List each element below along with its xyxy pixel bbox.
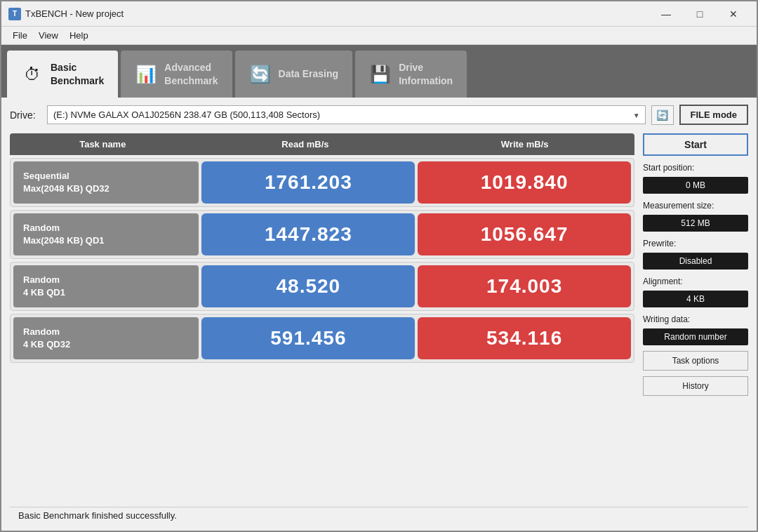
- sidebar: Start Start position: 0 MB Measurement s…: [643, 133, 748, 501]
- header-write: Write mB/s: [415, 133, 634, 155]
- file-mode-button[interactable]: FILE mode: [679, 105, 748, 125]
- start-position-value: 0 MB: [643, 177, 748, 194]
- titlebar-title: TxBENCH - New project: [25, 8, 124, 19]
- drive-info-icon: 💾: [369, 65, 392, 84]
- history-button[interactable]: History: [643, 376, 748, 396]
- writing-data-label: Writing data:: [643, 314, 748, 324]
- drive-row: Drive: (E:) NVMe GALAX OA1J0256N 238.47 …: [10, 105, 748, 125]
- titlebar-controls: — □ ✕: [650, 6, 750, 22]
- close-button[interactable]: ✕: [717, 6, 750, 22]
- task-name-random-4kb-qd1: Random4 KB QD1: [13, 265, 199, 307]
- alignment-value: 4 KB: [643, 291, 748, 307]
- titlebar: T TxBENCH - New project — □ ✕: [1, 1, 757, 27]
- read-value-random-4kb-qd32: 591.456: [201, 317, 415, 359]
- task-name-random-4kb-qd32: Random4 KB QD32: [13, 317, 199, 359]
- read-value-random-qd1: 1447.823: [201, 213, 415, 255]
- menubar: File View Help: [1, 27, 757, 45]
- table-row: SequentialMax(2048 KB) QD32 1761.203 101…: [10, 158, 634, 207]
- prewrite-label: Prewrite:: [643, 239, 748, 248]
- content-with-sidebar: Task name Read mB/s Write mB/s Sequentia…: [10, 133, 748, 501]
- titlebar-left: T TxBENCH - New project: [8, 8, 124, 20]
- menu-file[interactable]: File: [7, 29, 33, 42]
- table-row: Random4 KB QD32 591.456 534.116: [10, 314, 634, 363]
- prewrite-value: Disabled: [643, 253, 748, 270]
- status-message: Basic Benchmark finished successfully.: [18, 510, 177, 521]
- benchmark-area: Task name Read mB/s Write mB/s Sequentia…: [10, 133, 634, 501]
- read-value-sequential: 1761.203: [201, 161, 415, 204]
- drive-select-wrapper: (E:) NVMe GALAX OA1J0256N 238.47 GB (500…: [47, 105, 646, 124]
- measurement-size-label: Measurement size:: [643, 201, 748, 211]
- start-position-label: Start position:: [643, 163, 748, 173]
- write-value-sequential: 1019.840: [418, 161, 631, 204]
- tab-drive-info-label: DriveInformation: [399, 61, 453, 86]
- drive-refresh-button[interactable]: 🔄: [651, 105, 674, 125]
- drive-label: Drive:: [10, 109, 41, 121]
- drive-select[interactable]: (E:) NVMe GALAX OA1J0256N 238.47 GB (500…: [47, 105, 646, 124]
- menu-view[interactable]: View: [33, 29, 64, 42]
- write-value-random-4kb-qd1: 174.003: [418, 265, 631, 307]
- minimize-button[interactable]: —: [650, 6, 682, 22]
- measurement-size-value: 512 MB: [643, 215, 748, 232]
- menu-help[interactable]: Help: [64, 29, 94, 42]
- tab-advanced-benchmark[interactable]: 📊 AdvancedBenchmark: [121, 51, 232, 98]
- tab-basic-benchmark[interactable]: ⏱ BasicBenchmark: [7, 51, 118, 98]
- maximize-button[interactable]: □: [684, 6, 716, 22]
- statusbar: Basic Benchmark finished successfully.: [10, 507, 748, 524]
- table-row: RandomMax(2048 KB) QD1 1447.823 1056.647: [10, 210, 634, 259]
- writing-data-value: Random number: [643, 328, 748, 345]
- tabbar: ⏱ BasicBenchmark 📊 AdvancedBenchmark 🔄 D…: [1, 45, 757, 98]
- task-options-button[interactable]: Task options: [643, 351, 748, 371]
- tab-erasing-label: Data Erasing: [279, 67, 339, 80]
- start-button[interactable]: Start: [643, 133, 748, 156]
- tab-basic-label: BasicBenchmark: [51, 61, 104, 86]
- tab-advanced-label: AdvancedBenchmark: [164, 61, 218, 86]
- write-value-random-4kb-qd32: 534.116: [418, 317, 631, 359]
- advanced-benchmark-icon: 📊: [135, 65, 157, 84]
- task-name-random-qd1: RandomMax(2048 KB) QD1: [13, 213, 199, 255]
- data-erasing-icon: 🔄: [249, 65, 272, 84]
- main-content: Drive: (E:) NVMe GALAX OA1J0256N 238.47 …: [1, 98, 757, 531]
- basic-benchmark-icon: ⏱: [21, 65, 44, 84]
- header-task: Task name: [10, 133, 196, 155]
- table-header: Task name Read mB/s Write mB/s: [10, 133, 634, 155]
- write-value-random-qd1: 1056.647: [418, 213, 631, 255]
- read-value-random-4kb-qd1: 48.520: [201, 265, 415, 307]
- task-name-sequential: SequentialMax(2048 KB) QD32: [13, 161, 199, 204]
- table-row: Random4 KB QD1 48.520 174.003: [10, 262, 634, 311]
- benchmark-rows: SequentialMax(2048 KB) QD32 1761.203 101…: [10, 158, 634, 363]
- alignment-label: Alignment:: [643, 277, 748, 286]
- tab-drive-information[interactable]: 💾 DriveInformation: [355, 51, 467, 98]
- tab-data-erasing[interactable]: 🔄 Data Erasing: [235, 51, 353, 98]
- header-read: Read mB/s: [196, 133, 415, 155]
- app-icon: T: [8, 8, 21, 20]
